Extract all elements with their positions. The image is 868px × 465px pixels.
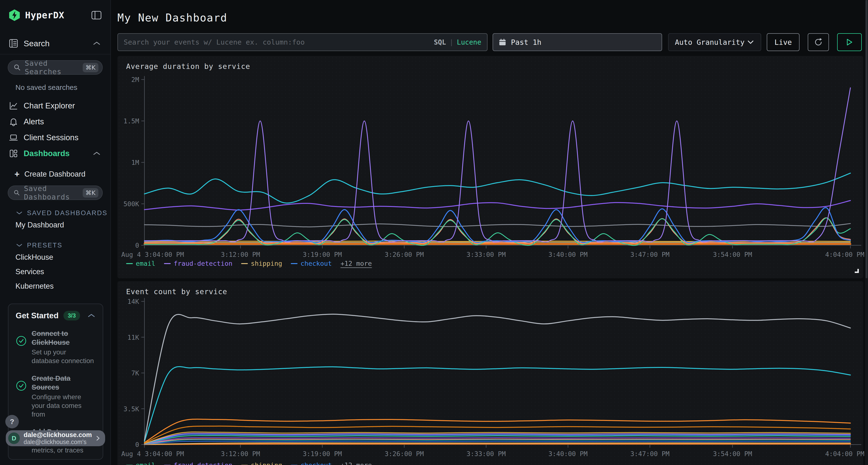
legend-item[interactable]: email [126,260,155,267]
chevron-up-icon[interactable] [87,313,95,318]
legend-dash-icon [241,263,248,264]
chart-canvas[interactable]: 0500K1M1.5M2MAug 4 3:04:00 PM3:12:00 PM3… [122,73,865,266]
svg-text:3:19:00 PM: 3:19:00 PM [303,450,342,458]
sidebar-item-search[interactable]: Search [0,36,111,51]
user-email: dale@clickhouse.com [24,431,92,438]
sidebar-item-dashboards[interactable]: Dashboards [0,145,111,161]
svg-text:11K: 11K [127,334,140,341]
saved-searches-input[interactable]: Saved Searches ⌘K [8,60,103,75]
run-query-button[interactable] [837,33,862,51]
chevron-down-icon [16,243,23,247]
calendar-icon [498,38,506,46]
svg-text:3:12:00 PM: 3:12:00 PM [221,450,260,458]
sidebar-item-alerts[interactable]: Alerts [0,114,111,130]
check-circle-icon [16,335,27,346]
dashboards-grid-icon [9,148,18,158]
checklist-item[interactable]: Connect to ClickHouse Set up your databa… [16,329,95,365]
create-dashboard-button[interactable]: + Create Dashboard [0,167,111,181]
sql-mode-toggle[interactable]: SQL [434,38,446,46]
lucene-mode-toggle[interactable]: Lucene [457,38,481,46]
legend-item[interactable]: shipping [241,260,282,267]
svg-text:3:47:00 PM: 3:47:00 PM [630,450,670,458]
avatar: D [8,432,20,444]
saved-searches-placeholder: Saved Searches [25,59,83,76]
sidebar-item-my-dashboard[interactable]: My Dashboard [0,218,111,232]
legend-dash-icon [164,263,171,264]
svg-text:0: 0 [135,441,139,449]
chevron-right-icon [95,434,101,442]
section-presets[interactable]: PRESETS [0,240,111,250]
chart-explorer-icon [9,101,18,110]
page-title: My New Dashboard [117,11,227,24]
help-button[interactable]: ? [5,415,19,428]
refresh-button[interactable] [808,33,829,51]
logo-row: HyperDX [0,0,111,21]
chart-canvas[interactable]: 03.5K7K11K14KAug 4 3:04:00 PM3:12:00 PM3… [122,293,865,465]
app-name: HyperDX [25,10,64,21]
hyperdx-logo-icon [9,9,20,21]
checklist-item[interactable]: Create Data Sources Configure where your… [16,374,95,419]
chart-legend: emailfraud-detectionshippingcheckout+12 … [126,260,372,267]
svg-text:3:40:00 PM: 3:40:00 PM [549,251,588,258]
chart-panel-event-count: Event count by service 03.5K7K11K14KAug … [117,281,863,465]
granularity-select[interactable]: Auto Granularity [668,33,761,51]
legend-more-link[interactable]: +12 more [340,461,372,465]
sidebar-item-client-sessions[interactable]: Client Sessions [0,130,111,145]
sidebar-item-chart-explorer[interactable]: Chart Explorer [0,98,111,114]
sidebar-item-services[interactable]: Services [0,265,111,279]
user-team: dale@clickhouse.com's [24,438,92,445]
legend-item[interactable]: email [126,461,155,465]
get-started-title: Get Started [16,311,59,320]
chevron-down-icon [16,211,23,215]
main-content: My New Dashboard SQL | Lucene Past 1h Au… [112,0,865,465]
scrollbar-thumb[interactable] [866,0,868,278]
legend-item[interactable]: fraud-detection [164,461,232,465]
page-scrollbar[interactable] [865,0,868,465]
get-started-progress-badge: 3/3 [63,311,80,321]
search-section-icon [9,38,18,48]
check-circle-icon [16,380,27,391]
legend-item[interactable]: checkout [291,260,332,267]
sidebar-item-kubernetes[interactable]: Kubernetes [0,279,111,294]
user-account-chip[interactable]: D dale@clickhouse.com dale@clickhouse.co… [6,430,105,446]
chart-legend: emailfraud-detectionshippingcheckout+12 … [126,461,372,465]
svg-text:3.5K: 3.5K [123,405,140,413]
chevron-up-icon [93,41,101,46]
divider [0,54,111,55]
resize-handle[interactable] [855,269,859,273]
chart-title: Average duration by service [126,62,250,71]
section-saved-dashboards[interactable]: SAVED DASHBOARDS [0,208,111,218]
svg-text:3:33:00 PM: 3:33:00 PM [467,450,506,458]
sidebar-collapse-icon[interactable] [91,10,102,20]
refresh-icon [813,37,824,47]
svg-text:3:47:00 PM: 3:47:00 PM [630,251,670,258]
legend-more-link[interactable]: +12 more [340,260,372,267]
svg-text:4:04:00 PM: 4:04:00 PM [825,251,864,258]
chart-panel-average-duration: Average duration by service 0500K1M1.5M2… [117,56,863,278]
svg-text:7K: 7K [131,369,139,377]
checklist-item-desc: Set up your database connection [32,348,95,365]
mode-separator: | [450,38,454,46]
saved-dashboards-input[interactable]: Saved Dashboards ⌘K [8,186,103,200]
event-search-bar: SQL | Lucene [117,33,488,51]
bell-icon [9,117,18,127]
laptop-icon [9,133,18,142]
legend-item[interactable]: shipping [241,461,282,465]
checklist-item-desc: Configure where your data comes from [32,393,95,419]
svg-text:1M: 1M [131,159,139,166]
sidebar: HyperDX Search Saved Searches ⌘K No save… [0,0,111,465]
svg-text:3:12:00 PM: 3:12:00 PM [221,251,260,258]
svg-text:500K: 500K [123,200,140,208]
sidebar-item-clickhouse[interactable]: ClickHouse [0,250,111,265]
granularity-value: Auto Granularity [675,38,745,46]
svg-text:3:19:00 PM: 3:19:00 PM [303,251,342,258]
svg-text:Aug 4 3:04:00 PM: Aug 4 3:04:00 PM [121,450,184,458]
event-search-input[interactable] [124,38,430,46]
legend-item[interactable]: fraud-detection [164,260,232,267]
live-button[interactable]: Live [767,33,800,51]
hyperdx-app: { "app": { "name": "HyperDX" }, "sidebar… [0,0,868,465]
time-range-picker[interactable]: Past 1h [493,33,662,51]
svg-text:3:33:00 PM: 3:33:00 PM [467,251,506,258]
svg-text:3:26:00 PM: 3:26:00 PM [384,450,424,458]
legend-item[interactable]: checkout [291,461,332,465]
